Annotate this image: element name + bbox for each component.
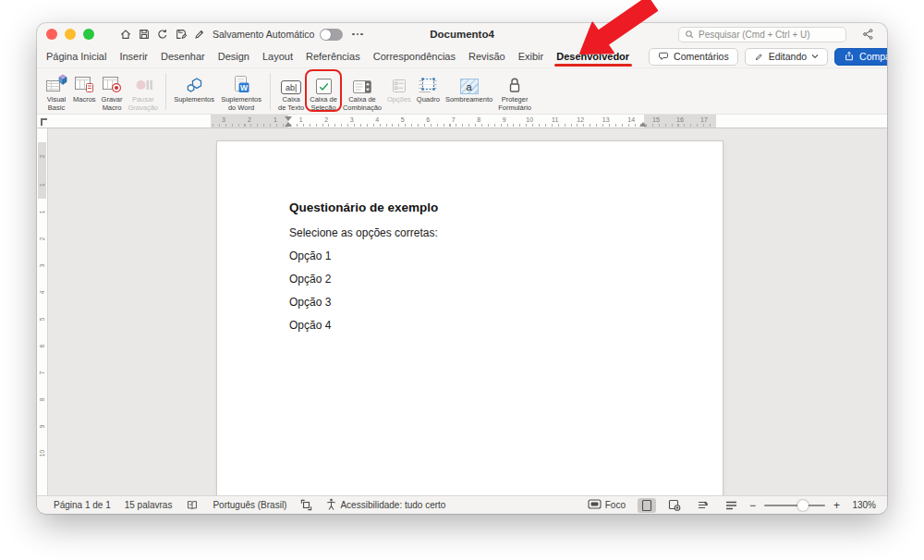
share-button[interactable]: Compartilhar — [834, 48, 887, 66]
text-box-field-icon: ab| — [281, 72, 301, 94]
option-line[interactable]: Opção 3 — [289, 295, 686, 310]
zoom-window-button[interactable] — [83, 29, 94, 40]
shading-icon: a — [460, 72, 479, 94]
visual-basic-button[interactable]: Visual Basic — [43, 71, 70, 112]
checkbox-field-button[interactable]: Caixa de Seleção — [307, 71, 340, 112]
shading-button[interactable]: a Sombreamento — [443, 71, 495, 104]
checkbox-field-icon — [316, 72, 332, 94]
word-window: Salvamento Automático Documento4 Página … — [37, 23, 887, 514]
ruler-left-margin: 321 — [211, 115, 288, 128]
pencil-icon — [754, 52, 764, 62]
print-layout-view-button[interactable] — [638, 498, 656, 513]
add-ins-button[interactable]: Suplementos — [171, 71, 217, 104]
vruler-top-margin: 21 — [38, 142, 46, 199]
macros-button[interactable]: Macros — [70, 71, 99, 104]
search-icon — [685, 27, 695, 43]
share-presence-icon[interactable] — [862, 28, 874, 44]
undo-icon[interactable] — [153, 26, 171, 43]
search-input[interactable] — [699, 30, 840, 40]
option-line[interactable]: Opção 4 — [289, 318, 686, 333]
combo-box-field-icon — [352, 72, 372, 94]
lock-icon — [507, 72, 522, 94]
zoom-in-button[interactable]: + — [833, 501, 840, 510]
right-indent-marker[interactable] — [639, 122, 647, 127]
ribbon-developer: Visual Basic Macros Gravar Macro Pausar … — [37, 67, 887, 114]
editing-mode-button[interactable]: Editando — [745, 48, 828, 66]
text-box-field-button[interactable]: ab| Caixa de Texto — [275, 71, 307, 112]
word-add-ins-button[interactable]: W Suplementos do Word — [217, 71, 265, 112]
text-scale-icon[interactable] — [300, 499, 312, 511]
option-line[interactable]: Opção 1 — [289, 249, 686, 263]
autosave-toggle[interactable] — [320, 29, 343, 41]
document-page[interactable]: Questionário de exemplo Selecione as opç… — [217, 141, 723, 495]
language-selector[interactable]: Português (Brasil) — [213, 500, 286, 510]
search-field[interactable] — [678, 27, 846, 43]
option-line[interactable]: Opção 2 — [289, 272, 686, 286]
combo-box-field-button[interactable]: Caixa de Combinação — [340, 71, 384, 112]
ruler-right-margin: 151617 — [644, 115, 716, 128]
macros-icon — [74, 72, 94, 94]
focus-icon — [588, 499, 602, 511]
document-title: Documento4 — [430, 29, 494, 40]
spellcheck-icon[interactable] — [186, 500, 199, 511]
annotation-red-underline — [554, 64, 632, 67]
accessibility-status[interactable]: Acessibilidade: tudo certo — [326, 498, 445, 512]
pen-icon[interactable] — [190, 26, 208, 43]
tab-exibir[interactable]: Exibir — [518, 51, 544, 62]
status-bar: Página 1 de 1 15 palavras Português (Bra… — [37, 495, 887, 514]
accessibility-icon — [326, 498, 336, 512]
save-button[interactable] — [135, 26, 152, 43]
vertical-ruler: 21 12345678910 — [37, 128, 48, 495]
record-macro-button[interactable]: Gravar Macro — [99, 71, 126, 112]
ruler-ticks — [290, 124, 642, 127]
tab-desenvolvedor[interactable]: Desenvolvedor — [556, 51, 629, 62]
tab-inserir[interactable]: Inserir — [119, 51, 148, 62]
home-button[interactable] — [116, 26, 134, 43]
ribbon-tab-row: Página Inicial Inserir Desenhar Design L… — [37, 45, 887, 67]
screenshot-root: Salvamento Automático Documento4 Página … — [0, 0, 924, 560]
tab-layout[interactable]: Layout — [262, 51, 293, 62]
zoom-slider-knob[interactable] — [797, 500, 808, 511]
add-ins-icon — [185, 72, 203, 94]
first-line-indent-marker[interactable] — [285, 116, 292, 121]
options-button: Opções — [384, 71, 414, 104]
web-layout-view-button[interactable] — [664, 498, 685, 512]
word-add-ins-icon: W — [231, 72, 251, 94]
horizontal-ruler: 321 1234567891011121314 151617 — [37, 114, 887, 128]
frame-button[interactable]: Quadro — [414, 71, 443, 104]
zoom-level[interactable]: 130% — [848, 500, 876, 510]
tab-pagina-inicial[interactable]: Página Inicial — [46, 51, 106, 62]
tab-revisao[interactable]: Revisão — [468, 51, 505, 62]
focus-mode-button[interactable]: Foco — [588, 499, 626, 511]
tab-desenhar[interactable]: Desenhar — [161, 51, 205, 62]
frame-icon — [418, 72, 438, 94]
zoom-out-button[interactable]: − — [749, 501, 756, 510]
ruler-text-area: 1234567891011121314 — [288, 115, 644, 128]
save-as-icon[interactable] — [172, 26, 189, 43]
tab-correspondencias[interactable]: Correspondências — [373, 51, 456, 62]
pause-recording-button: Pausar Gravação — [126, 71, 162, 112]
tab-stop-selector-icon[interactable] — [41, 118, 47, 126]
comment-icon — [658, 51, 669, 62]
chevron-down-icon — [811, 54, 819, 59]
document-heading[interactable]: Questionário de exemplo — [289, 201, 686, 215]
options-list: Opção 1Opção 2Opção 3Opção 4 — [289, 249, 686, 333]
ribbon-divider — [165, 73, 166, 110]
protect-form-button[interactable]: Proteger Formulário — [495, 71, 534, 112]
close-window-button[interactable] — [46, 29, 57, 40]
more-icon[interactable] — [352, 33, 363, 36]
options-icon — [391, 72, 407, 94]
document-subtitle[interactable]: Selecione as opções corretas: — [289, 225, 686, 240]
record-macro-icon — [102, 72, 122, 94]
comments-button[interactable]: Comentários — [649, 48, 738, 66]
zoom-slider[interactable] — [764, 500, 825, 511]
pause-recording-icon — [133, 72, 153, 94]
page-count[interactable]: Página 1 de 1 — [54, 500, 111, 510]
tab-referencias[interactable]: Referências — [306, 51, 360, 62]
outline-view-button[interactable] — [693, 498, 713, 512]
tab-design[interactable]: Design — [218, 51, 249, 62]
minimize-window-button[interactable] — [65, 29, 76, 40]
draft-view-button[interactable] — [722, 500, 741, 511]
word-count[interactable]: 15 palavras — [125, 500, 173, 510]
left-indent-marker[interactable] — [285, 122, 292, 127]
